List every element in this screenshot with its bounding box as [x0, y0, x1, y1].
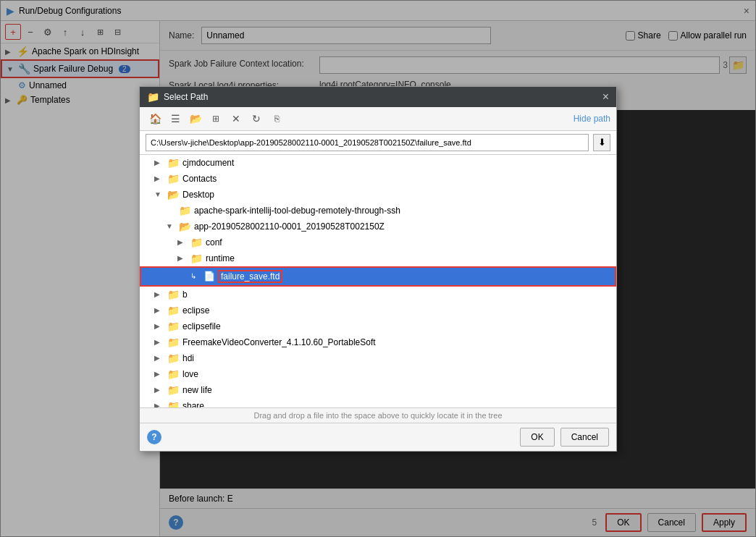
tree-item-label: runtime — [206, 253, 235, 263]
toolbar-copy-path-button[interactable]: ⎘ — [267, 110, 286, 127]
tree-item-desktop[interactable]: ▼ 📂 Desktop — [140, 187, 616, 203]
file-icon: 📄 — [203, 271, 215, 282]
tree-item-label: conf — [206, 237, 222, 248]
modal-toolbar: 🏠 ☰ 📂 ⊞ ✕ ↻ ⎘ Hide path — [140, 107, 616, 131]
modal-path-bar: ⬇ — [140, 131, 616, 155]
modal-title-bar: 📁 Select Path × — [140, 87, 616, 107]
tree-item-cjmdocument[interactable]: ▶ 📁 cjmdocument — [140, 155, 616, 171]
tree-item-contacts[interactable]: ▶ 📁 Contacts — [140, 171, 616, 187]
tree-item-b[interactable]: ▶ 📁 b — [140, 287, 616, 303]
tree-item-failure-save[interactable]: ↳ 📄 failure_save.ftd — [140, 266, 616, 287]
tree-item-conf[interactable]: ▶ 📁 conf — [140, 234, 616, 250]
tree-item-love[interactable]: ▶ 📁 love — [140, 366, 616, 382]
tree-item-runtime[interactable]: ▶ 📁 runtime — [140, 250, 616, 266]
folder-icon: 📁 — [179, 205, 191, 216]
modal-hint: Drag and drop a file into the space abov… — [140, 408, 616, 423]
folder-icon: 📁 — [167, 321, 180, 332]
folder-icon: 📁 — [190, 237, 203, 248]
modal-path-input[interactable] — [146, 134, 589, 151]
tree-item-label: apache-spark-intellij-tool-debug-remotel… — [194, 206, 400, 216]
tree-item-label: eclipse — [182, 305, 209, 316]
select-path-modal: 📁 Select Path × 🏠 ☰ 📂 ⊞ ✕ ↻ ⎘ Hide path … — [139, 86, 617, 452]
folder-icon: 📁 — [167, 368, 180, 380]
tree-item-apache-spark-folder[interactable]: 📁 apache-spark-intellij-tool-debug-remot… — [140, 203, 616, 219]
modal-path-download-button[interactable]: ⬇ — [593, 134, 610, 151]
modal-footer: ? OK Cancel — [140, 423, 616, 451]
tree-item-app-folder[interactable]: ▼ 📂 app-20190528002110-0001_20190528T002… — [140, 219, 616, 234]
tree-item-label: FreemakeVideoConverter_4.1.10.60_Portabl… — [182, 337, 376, 347]
hide-path-link[interactable]: Hide path — [574, 114, 610, 124]
toolbar-refresh-button[interactable]: ↻ — [247, 110, 266, 127]
folder-icon: 📁 — [167, 400, 180, 408]
folder-icon: 📁 — [167, 305, 180, 316]
tree-item-new-life[interactable]: ▶ 📁 new life — [140, 382, 616, 398]
tree-item-label: hdi — [182, 353, 194, 363]
folder-icon: 📁 — [190, 253, 203, 264]
tree-item-freemake[interactable]: ▶ 📁 FreemakeVideoConverter_4.1.10.60_Por… — [140, 334, 616, 350]
tree-item-label: love — [182, 369, 198, 379]
modal-toolbar-left: 🏠 ☰ 📂 ⊞ ✕ ↻ ⎘ — [146, 110, 286, 127]
folder-icon: 📂 — [179, 221, 191, 232]
tree-item-share[interactable]: ▶ 📁 share — [140, 398, 616, 408]
toolbar-expand-button[interactable]: ⊞ — [206, 110, 225, 127]
folder-icon: 📁 — [167, 384, 180, 396]
folder-icon: 📁 — [167, 289, 180, 300]
modal-title-left: 📁 Select Path — [147, 91, 208, 103]
tree-item-eclipse[interactable]: ▶ 📁 eclipse — [140, 303, 616, 318]
folder-icon: 📁 — [167, 337, 180, 348]
modal-tree[interactable]: ▶ 📁 cjmdocument ▶ 📁 Contacts ▼ 📂 Desktop… — [140, 155, 616, 408]
folder-icon: 📂 — [167, 189, 180, 200]
tree-item-label: b — [182, 289, 188, 300]
tree-item-hdi[interactable]: ▶ 📁 hdi — [140, 350, 616, 366]
tree-item-eclipsefile[interactable]: ▶ 📁 eclipsefile — [140, 318, 616, 334]
tree-item-label: failure_save.ftd — [218, 270, 282, 283]
modal-overlay: 📁 Select Path × 🏠 ☰ 📂 ⊞ ✕ ↻ ⎘ Hide path … — [0, 0, 756, 537]
folder-icon: 📁 — [167, 157, 180, 169]
tree-item-label: Desktop — [182, 190, 214, 200]
tree-item-label: new life — [182, 385, 212, 395]
toolbar-new-folder-button[interactable]: 📂 — [186, 110, 205, 127]
modal-cancel-button[interactable]: Cancel — [560, 428, 609, 447]
toolbar-home-button[interactable]: 🏠 — [146, 110, 164, 127]
modal-help-button[interactable]: ? — [147, 430, 161, 444]
tree-item-label: eclipsefile — [182, 321, 221, 331]
tree-item-label: app-20190528002110-0001_20190528T002150Z — [194, 221, 385, 232]
tree-item-label: cjmdocument — [182, 158, 234, 168]
folder-icon: 📁 — [167, 173, 180, 185]
toolbar-collapse-button[interactable]: ✕ — [227, 110, 245, 127]
folder-icon: 📁 — [167, 352, 180, 364]
modal-folder-icon: 📁 — [147, 91, 159, 103]
modal-ok-button[interactable]: OK — [520, 428, 554, 447]
toolbar-list-button[interactable]: ☰ — [166, 110, 185, 127]
modal-close-icon[interactable]: × — [602, 90, 609, 103]
tree-item-label: share — [182, 401, 204, 408]
modal-title: Select Path — [164, 92, 208, 102]
tree-item-label: Contacts — [182, 174, 217, 184]
